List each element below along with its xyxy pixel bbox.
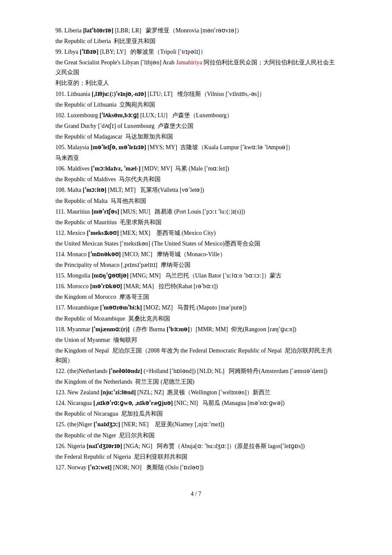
malaysia-phonetic: [məˈleɪʃə, məˈleɪzɪə] [91, 144, 146, 150]
monaco-phonetic: [ˈmɒnəkəʊ] [88, 251, 121, 257]
malta-phonetic: [ˈmɔːltə] [83, 187, 107, 193]
entry-nigeria-1: 126. Nigeria [naɪˈdʒɪərɪə] [NGA; NG] 阿布贾… [55, 441, 337, 451]
main-content: 98. Liberia [laɪˈbɪərɪə] [LBR; LR] 蒙罗维亚（… [55, 26, 337, 499]
jamahiriya-highlight: Jamahiriya [176, 59, 202, 66]
newzealand-phonetic: [njuːˈziːlənd] [101, 389, 136, 396]
entry-monaco-1: 114. Monaco [ˈmɒnəkəʊ] [MCO; MC] 摩纳哥城（Mo… [55, 249, 337, 259]
entry-netherlands-1: 122. (the)Netherlands [ˈneðələndz] (=Hol… [55, 366, 337, 376]
nicaragua-phonetic: [ˌnɪkəˈrɑːɡwə, ˌnɪkəˈræɡjuə] [93, 400, 173, 406]
niger-phonetic: [ˈnaɪdʒɔː] [94, 421, 120, 428]
entry-malaysia-2: 马来西亚 [55, 153, 337, 163]
nigeria-phonetic: [naɪˈdʒɪərɪə] [86, 443, 122, 449]
entry-libya-3: 利比亚的；利比亚人 [55, 78, 337, 88]
lithuania-phonetic: [ˌlɪθjuː(ː)ˈeɪnjə,-nɪə] [92, 91, 146, 97]
entry-myanmar-2: the Union of Myanmar 缅甸联邦 [55, 335, 337, 345]
mozambique-phonetic: [ˈməʊzəmˈbiːk] [100, 304, 142, 311]
entry-niger-1: 125. (the)Niger [ˈnaɪdʒɔː] [NER; NE] 尼亚美… [55, 419, 337, 429]
entry-nigeria-2: the Federal Republic of Nigeria 尼日利亚联邦共和… [55, 452, 337, 462]
entry-lithuania-2: the Republic of Lithuania 立陶宛共和国 [55, 100, 337, 110]
entry-mongolia: 115. Mongolia [mɒŋˈɡəʊljə] [MNG; MN] 乌兰巴… [55, 271, 337, 280]
entry-netherlands-2: the Kingdom of the Netherlands 荷兰王国 (尼德兰… [55, 377, 337, 387]
entry-mozambique-2: the Republic of Mozambique 莫桑比克共和国 [55, 314, 337, 324]
norway-phonetic: [ˈnɔːweɪ] [88, 464, 112, 471]
mauritius-phonetic: [məˈrɪʃəs] [92, 208, 119, 215]
entry-malta-1: 108. Malta [ˈmɔːltə] [MLT; MT] 瓦莱塔(Valle… [55, 185, 337, 195]
entry-luxembourg-1: 102. Luxembourg [ˈlʌksəmˌbɜːɡ] [LUX; LU]… [55, 110, 337, 120]
page-number: 4 / 7 [191, 491, 202, 497]
entry-norway: 127. Norway [ˈnɔːweɪ] [NOR; NO] 奥斯陆 (Osl… [55, 462, 337, 472]
entry-nicaragua-1: 124. Nicaragua [ˌnɪkəˈrɑːɡwə, ˌnɪkəˈræɡj… [55, 398, 337, 408]
entry-niger-2: the Republic of the Niger 尼日尔共和国 [55, 431, 337, 440]
entry-malta-2: the Republic of Malta 马耳他共和国 [55, 196, 337, 206]
burma-phonetic: [ˈbɜːmə] [167, 326, 190, 332]
entry-mauritius-1: 111. Mauritius [məˈrɪʃəs] [MUS; MU] 路易港 … [55, 207, 337, 217]
entry-monaco-2: the Principality of Monaco [ˌprɪnsɪˈpælɪ… [55, 260, 337, 270]
morocco-phonetic: [məˈrɒkəʊ] [90, 283, 122, 289]
entry-myanmar-1: 118. Myanmar [ˈmjænmɑː(r)]（亦作 Burma [ˈbɜ… [55, 324, 337, 334]
entry-nepal: the Kingdom of Nepal 尼泊尔王国（2008 年改为 the … [55, 346, 337, 365]
entry-mexico-2: the United Mexican States [ˈmeksɪkən] (T… [55, 239, 337, 249]
entry-libya-2: the Great Socialist People's Libyan [ˈlɪ… [55, 58, 337, 77]
entry-malaysia-1: 105. Malaysia [məˈleɪʃə, məˈleɪzɪə] [MYS… [55, 142, 337, 152]
entry-lithuania-1: 101. Lithuania [ˌlɪθjuː(ː)ˈeɪnjə,-nɪə] [… [55, 89, 337, 99]
entry-libya-1: 99. Libya [ˈlɪbɪə] [LBY; LY] 的黎波里（Tripol… [55, 47, 337, 57]
entry-morocco-1: 116. Morocco [məˈrɒkəʊ] [MAR; MA] 拉巴特(Ra… [55, 281, 337, 291]
luxembourg-phonetic: [ˈlʌksəmˌbɜːɡ] [100, 112, 139, 119]
entry-maldives-1: 106. Maldives [ˈmɔːldaɪvz, ˈmæl-] [MDV; … [55, 164, 337, 173]
page-footer: 4 / 7 [55, 489, 337, 499]
entry-mauritius-2: the Republic of Mauritius 毛里求斯共和国 [55, 217, 337, 227]
libya-phonetic: [ˈlɪbɪə] [80, 49, 98, 55]
entry-maldives-2: the Republic of Maldives 马尔代夫共和国 [55, 174, 337, 184]
liberia-phonetic: [laɪˈbɪərɪə] [83, 27, 113, 34]
entry-madagascar: the Republic of Madagascar 马达加斯加共和国 [55, 132, 337, 142]
entry-mexico-1: 112. Mexico [ˈmeksɪkəʊ] [MEX; MX] 墨西哥城 (… [55, 228, 337, 238]
entry-liberia-1: 98. Liberia [laɪˈbɪərɪə] [LBR; LR] 蒙罗维亚（… [55, 26, 337, 35]
entry-mozambique-1: 117. Mozambique [ˈməʊzəmˈbiːk] [MOZ; MZ]… [55, 303, 337, 312]
mongolia-phonetic: [mɒŋˈɡəʊljə] [92, 272, 128, 279]
entry-luxembourg-2: the Grand Duchy [ˈdʌtʃɪ] of Luxembourg 卢… [55, 121, 337, 131]
entry-newzealand: 123. New Zealand [njuːˈziːlənd] [NZL; NZ… [55, 387, 337, 397]
netherlands-phonetic: [ˈneðələndz] [109, 368, 142, 374]
maldives-phonetic: [ˈmɔːldaɪvz, ˈmæl-] [91, 165, 141, 172]
entry-nicaragua-2: the Republic of Nicaragua 尼加拉瓜共和国 [55, 409, 337, 419]
entry-morocco-2: the Kingdom of Morocco 摩洛哥王国 [55, 292, 337, 302]
entry-liberia-2: the Republic of Liberia 利比里亚共和国 [55, 36, 337, 46]
myanmar-phonetic: [ˈmjænmɑː(r)] [92, 326, 130, 332]
mexico-phonetic: [ˈmeksɪkəʊ] [87, 230, 119, 236]
